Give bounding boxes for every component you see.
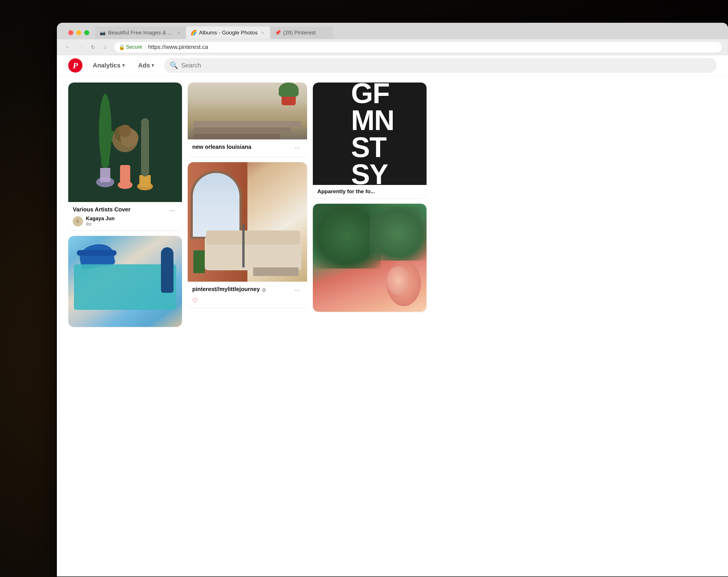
interior-photo-area — [188, 162, 307, 282]
tab-pinterest-title: (28) Pinterest — [283, 30, 328, 36]
minimize-button[interactable] — [76, 30, 81, 35]
interior-plant — [193, 250, 205, 273]
secure-badge: 🔒 Secure — [119, 44, 142, 50]
svg-point-16 — [141, 118, 149, 126]
home-button[interactable]: ⌂ — [100, 42, 110, 52]
pin-card-illustrated[interactable]: Various Artists Cover ··· K Kagaya Jun i… — [68, 82, 182, 230]
tab-pinterest[interactable]: 📌 (28) Pinterest — [270, 26, 333, 39]
pin-card-interior[interactable]: pinterest//mylittlejourney ⚙ ··· ♡ — [188, 162, 307, 308]
user-avatar-kagaya: K — [73, 216, 83, 226]
tab-unsplash-close[interactable]: × — [176, 30, 181, 35]
pinterest-nav: P Analytics ▾ Ads ▾ 🔍 Search — [57, 55, 728, 76]
logo-letter: P — [73, 60, 78, 70]
reload-button[interactable]: ↻ — [87, 42, 98, 52]
svg-rect-8 — [120, 165, 130, 185]
monitor-frame: 📷 Beautiful Free Images & Pictur... × 🌈 … — [57, 23, 728, 577]
ads-label: Ads — [138, 62, 150, 69]
tab-bar: 📷 Beautiful Free Images & Pictur... × 🌈 … — [57, 23, 728, 39]
lock-icon: 🔒 — [119, 44, 125, 50]
steps-shape — [193, 121, 302, 140]
pin-info-interior: pinterest//mylittlejourney ⚙ ··· ♡ — [188, 282, 307, 308]
pin-more-interior[interactable]: ··· — [292, 285, 303, 295]
coffee-table — [253, 268, 298, 276]
maximize-button[interactable] — [84, 30, 89, 35]
tab-unsplash[interactable]: 📷 Beautiful Free Images & Pictur... × — [95, 26, 186, 39]
url-divider: | — [145, 44, 146, 50]
analytics-chevron-icon: ▾ — [122, 62, 125, 68]
pin-title-new-orleans: new orleans louisiana — [192, 144, 251, 150]
svg-rect-1 — [100, 168, 110, 182]
pot-plant — [279, 82, 298, 97]
svg-rect-14 — [139, 175, 151, 187]
address-bar[interactable]: 🔒 Secure | https://www.pinterest.ca — [114, 42, 722, 53]
analytics-label: Analytics — [93, 62, 121, 69]
pin-card-garden[interactable] — [313, 204, 426, 312]
pinterest-logo[interactable]: P — [68, 58, 82, 73]
svg-rect-3 — [101, 122, 109, 168]
new-orleans-photo — [188, 82, 307, 140]
svg-point-4 — [101, 118, 109, 126]
flowers-2 — [387, 266, 410, 295]
pin-column-3: AEGFMNSTSY56 Apparently for the fo... — [313, 82, 426, 570]
tab-googlephotos-title: Albums - Google Photos — [199, 30, 258, 36]
googlephotos-favicon: 🌈 — [190, 30, 197, 36]
pin-more-new-orleans[interactable]: ··· — [292, 143, 303, 153]
close-button[interactable] — [68, 30, 73, 35]
svg-rect-15 — [141, 122, 149, 176]
hat-brim — [77, 250, 116, 256]
tab-googlephotos[interactable]: 🌈 Albums - Google Photos × — [186, 26, 270, 39]
search-placeholder: Search — [181, 62, 201, 69]
floor-lamp-pole — [242, 225, 244, 268]
svg-point-12 — [119, 125, 131, 137]
pin-title-typography: Apparently for the fo... — [317, 189, 375, 194]
pin-header-illustrated: Various Artists Cover ··· — [73, 205, 178, 216]
pin-card-new-orleans[interactable]: new orleans louisiana ··· — [188, 82, 307, 156]
unsplash-favicon: 📷 — [100, 30, 106, 36]
typography-text: AEGFMNSTSY56 — [345, 82, 394, 185]
garden-photo-area — [313, 204, 426, 312]
pin-title-interior: pinterest//mylittlejourney — [192, 286, 260, 293]
pinterest-favicon: 📌 — [275, 30, 281, 36]
pin-column-2: new orleans louisiana ··· — [188, 82, 307, 570]
pin-card-typography[interactable]: AEGFMNSTSY56 Apparently for the fo... — [313, 82, 426, 198]
tab-googlephotos-close[interactable]: × — [260, 30, 266, 35]
user-name-kagaya: Kagaya Jun — [86, 216, 114, 222]
user-sub-kagaya: ilst — [86, 222, 114, 227]
plants-svg — [85, 94, 165, 191]
user-info-kagaya: Kagaya Jun ilst — [86, 216, 114, 227]
toolbar-bar: ← → ↻ ⌂ 🔒 Secure | https://www.pinterest… — [57, 39, 728, 55]
pin-info-typography: Apparently for the fo... — [313, 185, 426, 198]
heart-icon: ♡ — [192, 297, 303, 304]
pin-illustration-area — [68, 82, 182, 202]
pin-card-gear[interactable] — [68, 236, 182, 327]
secure-label: Secure — [126, 44, 142, 50]
ads-chevron-icon: ▾ — [152, 62, 154, 68]
pin-more-illustrated[interactable]: ··· — [167, 205, 178, 216]
pin-header-new-orleans: new orleans louisiana ··· — [192, 143, 303, 153]
ads-nav-item[interactable]: Ads ▾ — [135, 59, 158, 71]
search-icon: 🔍 — [170, 61, 178, 69]
pin-info-illustrated: Various Artists Cover ··· K Kagaya Jun i… — [68, 202, 182, 230]
pin-info-new-orleans: new orleans louisiana ··· — [188, 140, 307, 156]
typography-area: AEGFMNSTSY56 — [313, 82, 426, 185]
search-bar[interactable]: 🔍 Search — [164, 58, 717, 73]
cutoff-overlay — [410, 82, 426, 185]
url-text[interactable]: https://www.pinterest.ca — [148, 44, 208, 50]
forward-button[interactable]: → — [75, 42, 85, 52]
back-button[interactable]: ← — [62, 42, 73, 52]
page-content: P Analytics ▾ Ads ▾ 🔍 Search — [57, 55, 728, 576]
arch-window — [190, 171, 242, 239]
pin-column-1: Various Artists Cover ··· K Kagaya Jun i… — [68, 82, 182, 570]
pin-title-illustrated: Various Artists Cover — [73, 206, 131, 213]
pin-grid: Various Artists Cover ··· K Kagaya Jun i… — [57, 76, 728, 576]
settings-icon: ⚙ — [262, 287, 266, 293]
browser-chrome: 📷 Beautiful Free Images & Pictur... × 🌈 … — [57, 23, 728, 55]
sofa-back — [206, 230, 300, 245]
traffic-lights — [62, 30, 89, 35]
tab-unsplash-title: Beautiful Free Images & Pictur... — [108, 30, 174, 36]
water-bottle — [161, 247, 174, 293]
pin-header-interior: pinterest//mylittlejourney ⚙ ··· — [192, 285, 303, 295]
foliage-2 — [370, 206, 426, 260]
analytics-nav-item[interactable]: Analytics ▾ — [89, 59, 128, 71]
gear-photo-area — [68, 236, 182, 327]
